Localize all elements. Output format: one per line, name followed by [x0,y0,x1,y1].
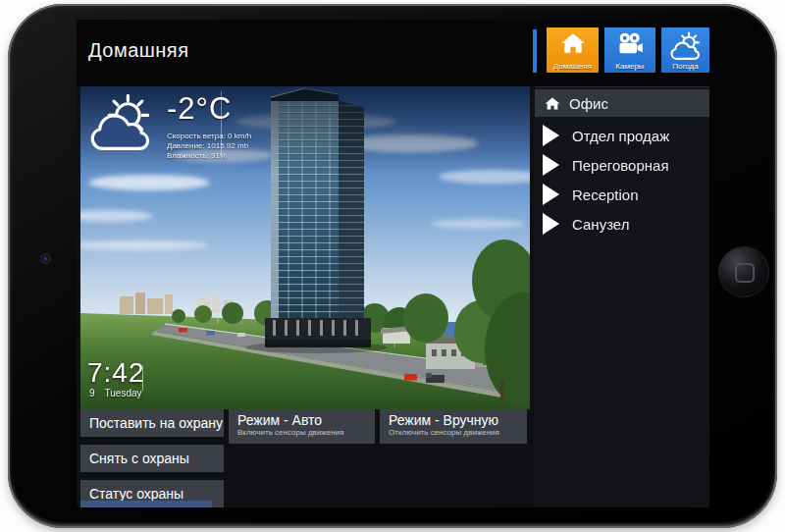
nav-weather-label: Погода [661,62,709,71]
sidebar-item-sales[interactable]: Отдел продаж [535,121,709,150]
mode-manual-subtitle: Отключить сенсоры движения [389,428,527,438]
tablet-frame: Домашняя Домашняя [8,4,777,528]
mode-manual-title: Режим - Вручную [389,412,527,428]
nav-home-button[interactable]: Домашняя [547,27,599,73]
weather-sun-cloud-icon [88,92,155,161]
page-title: Домашняя [88,39,189,62]
sidebar-item-label: Переговорная [572,157,669,174]
front-camera [40,253,51,264]
security-status-label: Статус охраны [89,486,183,502]
clock-time: 7:42 [87,357,145,389]
security-status-button[interactable]: Статус охраны [80,480,224,507]
home-icon [547,31,599,59]
clock-divider [142,365,143,391]
sidebar-item-meeting[interactable]: Переговорная [535,150,709,180]
sidebar-item-bathroom[interactable]: Санузел [535,209,709,239]
weather-divider [221,91,222,158]
wind-speed: Скорость ветра: 0 km/h [167,132,251,141]
mode-auto-button[interactable]: Режим - Авто Включить сенсоры движения [229,409,375,444]
play-icon [543,213,559,235]
building-photo: -2°C Скорость ветра: 0 km/h Давление: 10… [80,86,530,409]
arm-security-button[interactable]: Поставить на охрану [80,409,224,437]
nav-home-label: Домашняя [547,62,599,71]
mode-auto-subtitle: Включить сенсоры движения [237,428,375,438]
temperature-value: -2°C [167,91,232,127]
sidebar-item-label: Отдел продаж [572,128,669,144]
room-sidebar: Офис Отдел продаж Переговорная Reception… [535,86,709,507]
play-icon [543,184,559,205]
disarm-security-button[interactable]: Снять с охраны [80,445,224,472]
clock-day: 9 [89,388,95,399]
clock-weekday: Tuesday [105,388,142,399]
home-small-icon [545,96,560,111]
security-status-progress [80,501,212,507]
weather-details: Скорость ветра: 0 km/h Давление: 1015.92… [167,132,251,161]
title-bar: Домашняя Домашняя [77,20,709,86]
sidebar-item-office[interactable]: Офис [535,89,709,117]
play-icon [543,154,559,176]
tablet-home-button[interactable] [718,246,769,297]
mode-auto-title: Режим - Авто [237,412,375,428]
sidebar-item-label: Санузел [572,216,629,233]
app-screen: Домашняя Домашняя [77,20,709,507]
nav-partial-button[interactable] [533,29,537,73]
nav-cameras-label: Камеры [604,62,655,71]
humidity: Влажность: 91% [167,151,251,161]
sidebar-item-label: Офис [569,95,608,112]
nav-weather-button[interactable]: Погода [661,27,709,73]
camera-icon [604,31,655,60]
mode-manual-button[interactable]: Режим - Вручную Отключить сенсоры движен… [380,409,527,444]
clock-date: 9Tuesday [89,388,142,399]
pressure: Давление: 1015.92 mb [167,141,251,151]
play-icon [543,125,559,146]
sidebar-item-label: Reception [572,186,639,203]
sidebar-item-reception[interactable]: Reception [535,180,709,209]
screenshot-stage: Домашняя Домашняя [0,0,785,532]
nav-cameras-button[interactable]: Камеры [604,27,655,73]
